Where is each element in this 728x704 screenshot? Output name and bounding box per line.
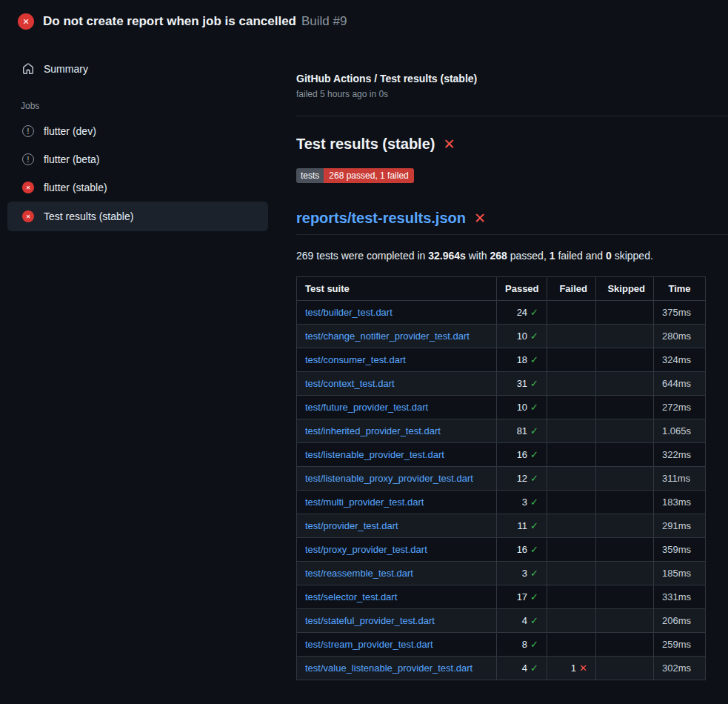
tests-badge: tests 268 passed, 1 failed bbox=[296, 168, 414, 183]
check-icon: ✓ bbox=[530, 591, 538, 602]
passed-count: 10 bbox=[517, 402, 527, 413]
failed-cell bbox=[547, 396, 596, 419]
check-icon: ✓ bbox=[530, 497, 538, 508]
column-header-time: Time bbox=[654, 277, 706, 301]
check-icon: ✓ bbox=[530, 663, 538, 674]
time-cell: 280ms bbox=[654, 325, 706, 348]
test-suite-link[interactable]: test/stateful_provider_test.dart bbox=[305, 615, 435, 626]
failed-cell bbox=[547, 467, 596, 491]
test-suite-link[interactable]: test/listenable_provider_test.dart bbox=[305, 449, 444, 460]
time-cell: 324ms bbox=[654, 348, 706, 372]
test-suite-link[interactable]: test/selector_test.dart bbox=[305, 591, 397, 602]
main-content: GitHub Actions / Test results (stable) f… bbox=[268, 43, 728, 680]
run-title: Do not create report when job is cancell… bbox=[43, 14, 296, 28]
test-results-table: Test suite Passed Failed Skipped Time te… bbox=[296, 276, 706, 680]
report-file-link[interactable]: reports/test-results.json bbox=[296, 210, 466, 227]
x-icon: ✕ bbox=[579, 663, 587, 674]
test-suite-link[interactable]: test/multi_provider_test.dart bbox=[305, 497, 424, 508]
failed-cell bbox=[547, 491, 596, 514]
failed-x-icon: ✕ bbox=[443, 137, 455, 151]
test-suite-link[interactable]: test/stream_provider_test.dart bbox=[305, 639, 433, 650]
skipped-cell bbox=[596, 657, 654, 680]
sidebar-item-flutter-dev[interactable]: ! flutter (dev) bbox=[7, 117, 268, 145]
failed-cell bbox=[547, 301, 596, 325]
passed-count: 4 bbox=[522, 615, 527, 626]
summary-duration: 32.964s bbox=[428, 250, 466, 262]
passed-cell: 3✓ bbox=[497, 562, 547, 585]
failed-cell bbox=[547, 419, 596, 443]
passed-count: 17 bbox=[517, 591, 527, 602]
table-row: test/consumer_test.dart18✓324ms bbox=[297, 348, 706, 372]
skipped-cell bbox=[596, 372, 654, 396]
test-suite-link[interactable]: test/consumer_test.dart bbox=[305, 354, 406, 365]
time-cell: 644ms bbox=[654, 372, 706, 396]
passed-cell: 81✓ bbox=[497, 419, 547, 443]
neutral-status-icon: ! bbox=[22, 153, 34, 165]
time-cell: 302ms bbox=[654, 657, 706, 680]
test-suite-link[interactable]: test/future_provider_test.dart bbox=[305, 402, 428, 413]
passed-count: 3 bbox=[522, 497, 527, 508]
passed-count: 81 bbox=[517, 425, 527, 436]
skipped-cell bbox=[596, 348, 654, 372]
passed-count: 24 bbox=[517, 307, 527, 318]
summary-line: 269 tests were completed in 32.964s with… bbox=[296, 250, 728, 262]
time-cell: 291ms bbox=[654, 514, 706, 538]
test-suite-link[interactable]: test/listenable_proxy_provider_test.dart bbox=[305, 473, 473, 484]
passed-cell: 10✓ bbox=[497, 396, 547, 419]
passed-count: 18 bbox=[517, 354, 527, 365]
test-suite-link[interactable]: test/provider_test.dart bbox=[305, 520, 398, 531]
test-suite-link[interactable]: test/proxy_provider_test.dart bbox=[305, 544, 427, 555]
check-icon: ✓ bbox=[530, 307, 538, 318]
skipped-cell bbox=[596, 633, 654, 657]
suite-cell: test/proxy_provider_test.dart bbox=[297, 538, 497, 562]
sidebar-item-summary[interactable]: Summary bbox=[7, 55, 268, 83]
table-row: test/context_test.dart31✓644ms bbox=[297, 372, 706, 396]
time-cell: 1.065s bbox=[654, 419, 706, 443]
skipped-cell bbox=[596, 325, 654, 348]
suite-cell: test/stream_provider_test.dart bbox=[297, 633, 497, 657]
time-cell: 311ms bbox=[654, 467, 706, 491]
failed-cell: 1✕ bbox=[547, 657, 596, 680]
failed-cell bbox=[547, 538, 596, 562]
suite-cell: test/multi_provider_test.dart bbox=[297, 491, 497, 514]
skipped-cell bbox=[596, 538, 654, 562]
sidebar-item-test-results-stable[interactable]: ✕ Test results (stable) bbox=[7, 202, 268, 231]
check-icon: ✓ bbox=[530, 449, 538, 460]
build-number: Build #9 bbox=[301, 14, 347, 28]
test-suite-link[interactable]: test/inherited_provider_test.dart bbox=[305, 425, 441, 436]
run-title-group: Do not create report when job is cancell… bbox=[43, 14, 347, 29]
table-header-row: Test suite Passed Failed Skipped Time bbox=[297, 277, 706, 301]
summary-text: skipped. bbox=[612, 250, 653, 262]
failed-cell bbox=[547, 514, 596, 538]
neutral-status-icon: ! bbox=[22, 125, 34, 137]
table-row: test/stateful_provider_test.dart4✓206ms bbox=[297, 609, 706, 633]
test-suite-link[interactable]: test/change_notifier_provider_test.dart bbox=[305, 331, 470, 342]
test-suite-link[interactable]: test/reassemble_test.dart bbox=[305, 568, 413, 579]
x-circle-icon: ✕ bbox=[18, 13, 34, 30]
table-row: test/multi_provider_test.dart3✓183ms bbox=[297, 491, 706, 514]
section-title-row: Test results (stable) ✕ bbox=[296, 136, 728, 153]
column-header-test-suite: Test suite bbox=[297, 277, 497, 301]
check-icon: ✓ bbox=[530, 639, 538, 650]
summary-text: 269 tests were completed in bbox=[296, 250, 428, 262]
summary-text: failed and bbox=[555, 250, 607, 262]
time-cell: 331ms bbox=[654, 585, 706, 609]
sidebar-item-flutter-stable[interactable]: ✕ flutter (stable) bbox=[7, 173, 268, 202]
sidebar-item-flutter-beta[interactable]: ! flutter (beta) bbox=[7, 145, 268, 173]
column-header-failed: Failed bbox=[547, 277, 596, 301]
x-circle-icon: ✕ bbox=[22, 210, 34, 222]
skipped-cell bbox=[596, 467, 654, 491]
run-meta: failed 5 hours ago in 0s bbox=[296, 89, 728, 99]
test-suite-link[interactable]: test/value_listenable_provider_test.dart bbox=[305, 663, 472, 674]
passed-count: 10 bbox=[517, 331, 527, 342]
failed-cell bbox=[547, 443, 596, 467]
report-heading-row: reports/test-results.json ✕ bbox=[296, 210, 728, 235]
failed-cell bbox=[547, 609, 596, 633]
test-suite-link[interactable]: test/builder_test.dart bbox=[305, 307, 393, 318]
page-title: Test results (stable) bbox=[296, 136, 435, 153]
skipped-cell bbox=[596, 396, 654, 419]
summary-failed-count: 1 bbox=[550, 250, 555, 262]
test-suite-link[interactable]: test/context_test.dart bbox=[305, 378, 395, 389]
time-cell: 375ms bbox=[654, 301, 706, 325]
home-icon bbox=[22, 63, 34, 75]
